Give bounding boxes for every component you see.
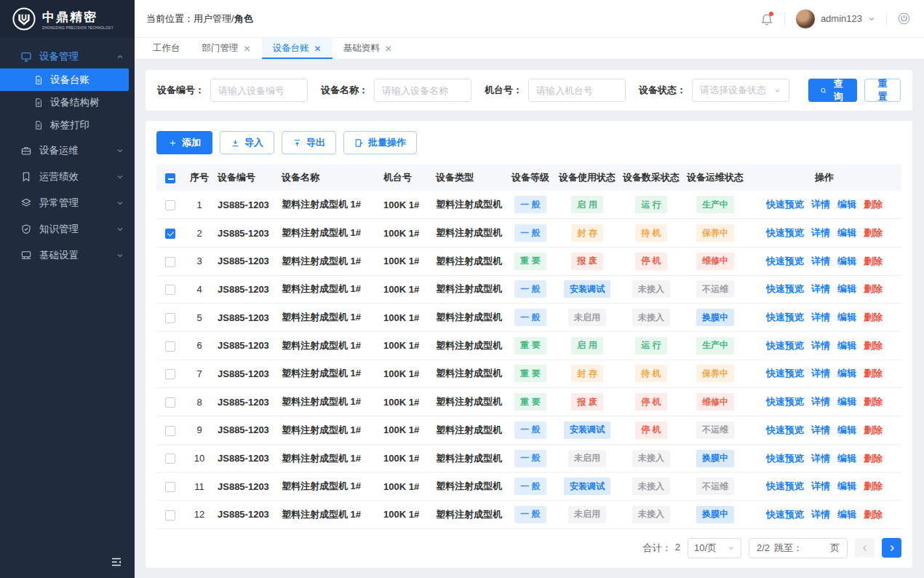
action-edit[interactable]: 编辑 [837,283,856,294]
sidebar-collapse-icon[interactable] [110,555,123,569]
action-delete[interactable]: 删除 [864,509,883,520]
action-delete[interactable]: 删除 [864,396,883,407]
action-delete[interactable]: 删除 [864,368,883,379]
row-checkbox[interactable] [165,369,175,379]
action-edit[interactable]: 编辑 [837,368,856,379]
sidebar-subitem-0-0[interactable]: 设备台账 [0,68,129,91]
action-edit[interactable]: 编辑 [837,453,856,464]
row-checkbox[interactable] [165,341,175,352]
action-quick-preview[interactable]: 快速预览 [766,227,804,238]
action-delete[interactable]: 删除 [864,227,883,238]
sidebar-item-1[interactable]: 设备运维 [0,139,135,162]
action-delete[interactable]: 删除 [864,312,883,322]
action-quick-preview[interactable]: 快速预览 [766,509,804,520]
device-status-select[interactable]: 请选择设备状态 [692,79,789,102]
action-delete[interactable]: 删除 [864,256,883,266]
sidebar-item-2[interactable]: 运营绩效 [0,165,135,189]
action-detail[interactable]: 详情 [811,340,830,351]
action-delete[interactable]: 删除 [864,199,883,210]
chevron-down-icon [728,545,735,552]
notification-bell-icon[interactable] [760,12,774,26]
action-edit[interactable]: 编辑 [837,256,856,266]
device-code-input[interactable] [210,79,308,102]
row-checkbox[interactable] [165,313,175,323]
action-detail[interactable]: 详情 [811,368,830,379]
row-checkbox[interactable] [165,454,175,464]
action-edit[interactable]: 编辑 [837,199,856,210]
jump-page-input[interactable] [807,542,826,553]
action-edit[interactable]: 编辑 [837,227,856,238]
action-edit[interactable]: 编辑 [837,340,856,351]
select-all-checkbox[interactable] [165,173,175,183]
action-delete[interactable]: 删除 [864,480,883,491]
sidebar-item-4[interactable]: 知识管理 [0,218,135,241]
row-checkbox[interactable] [165,482,175,492]
action-quick-preview[interactable]: 快速预览 [766,312,804,322]
action-edit[interactable]: 编辑 [837,509,856,520]
row-checkbox[interactable] [165,285,175,295]
sidebar-item-0[interactable]: 设备管理 [0,45,135,68]
prev-page-button[interactable] [855,538,875,558]
row-checkbox[interactable] [165,426,175,436]
row-checkbox[interactable] [165,257,175,267]
action-edit[interactable]: 编辑 [837,480,856,491]
action-detail[interactable]: 详情 [811,256,830,266]
action-quick-preview[interactable]: 快速预览 [766,199,804,210]
tab-close-icon[interactable]: ✕ [385,44,392,54]
action-detail[interactable]: 详情 [811,480,830,491]
export-button[interactable]: 导出 [282,131,336,154]
action-delete[interactable]: 删除 [864,453,883,464]
sidebar-subitem-0-2[interactable]: 标签打印 [0,114,135,136]
action-quick-preview[interactable]: 快速预览 [766,368,804,379]
action-edit[interactable]: 编辑 [837,396,856,407]
row-checkbox[interactable] [165,229,175,239]
action-detail[interactable]: 详情 [811,396,830,407]
add-button[interactable]: 添加 [156,131,212,154]
action-quick-preview[interactable]: 快速预览 [766,283,804,294]
row-checkbox[interactable] [165,397,175,408]
sidebar-item-5[interactable]: 基础设置 [0,244,135,267]
action-detail[interactable]: 详情 [811,199,830,210]
reset-button[interactable]: 重置 [864,79,901,102]
import-button[interactable]: 导入 [220,131,274,154]
action-quick-preview[interactable]: 快速预览 [766,424,804,435]
action-quick-preview[interactable]: 快速预览 [766,340,804,351]
machine-no-input[interactable] [528,79,626,102]
action-delete[interactable]: 删除 [864,424,883,435]
action-quick-preview[interactable]: 快速预览 [766,396,804,407]
next-page-button[interactable] [882,538,901,558]
action-quick-preview[interactable]: 快速预览 [766,480,804,491]
action-edit[interactable]: 编辑 [837,424,856,435]
batch-button[interactable]: 批量操作 [343,131,417,154]
action-detail[interactable]: 详情 [811,283,830,294]
field-label: 设备状态： [639,84,686,97]
action-detail[interactable]: 详情 [811,227,830,238]
action-detail[interactable]: 详情 [811,453,830,464]
action-delete[interactable]: 删除 [864,283,883,294]
tab-1[interactable]: 部门管理✕ [191,38,262,59]
page-size-select[interactable]: 10/页 [688,538,741,558]
logout-power-icon[interactable] [897,12,911,25]
ops-status-badge: 不运维 [696,421,734,439]
row-checkbox[interactable] [165,200,175,210]
action-detail[interactable]: 详情 [811,424,830,435]
chevron-down-icon [116,173,124,181]
row-checkbox[interactable] [165,510,175,520]
query-button[interactable]: 查询 [808,79,857,102]
tab-3[interactable]: 基础资料✕ [332,38,403,59]
cell-device-code: JS885-1203 [215,219,279,248]
tab-2[interactable]: 设备台账✕ [262,38,332,59]
action-edit[interactable]: 编辑 [837,312,856,322]
sidebar-subitem-0-1[interactable]: 设备结构树 [0,91,135,114]
user-menu[interactable]: admin123 [795,9,876,29]
tab-close-icon[interactable]: ✕ [244,44,251,54]
action-quick-preview[interactable]: 快速预览 [766,453,804,464]
sidebar-item-3[interactable]: 异常管理 [0,191,135,215]
action-quick-preview[interactable]: 快速预览 [766,256,804,266]
device-name-input[interactable] [374,79,471,102]
action-detail[interactable]: 详情 [811,312,830,322]
tab-0[interactable]: 工作台 [142,38,191,59]
action-detail[interactable]: 详情 [811,509,830,520]
action-delete[interactable]: 删除 [864,340,883,351]
tab-close-icon[interactable]: ✕ [314,44,322,54]
